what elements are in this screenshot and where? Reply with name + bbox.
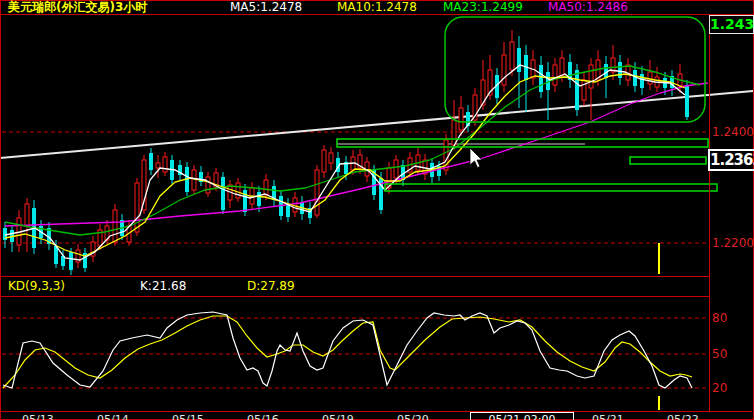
k-value-readout: K:21.68	[140, 278, 186, 294]
price-grid-label: 1.2400	[712, 125, 754, 139]
ma23-readout: MA23:1.2499	[443, 1, 523, 14]
crosshair-time-readout: 05/21 02:00	[470, 412, 574, 420]
main-chart-area[interactable]	[1, 15, 709, 276]
price-grid-label: 1.2200	[712, 236, 754, 250]
time-tick-label: 05/22	[667, 413, 699, 420]
ma50-readout: MA50:1.2486	[548, 1, 628, 14]
kd-grid-label: 20	[712, 381, 727, 395]
time-axis: 05/21 02:00 05/1305/1405/1505/1605/1905/…	[0, 412, 754, 420]
time-tick-label: 05/19	[322, 413, 354, 420]
time-tick-label: 05/15	[172, 413, 204, 420]
time-tick-label: 05/14	[97, 413, 129, 420]
symbol-title: 美元瑞郎(外汇交易)3小时	[8, 1, 147, 14]
d-value-readout: D:27.89	[247, 278, 295, 294]
crosshair-price-readout: 1.2363	[708, 149, 754, 171]
kd-grid-label: 80	[712, 311, 727, 325]
kd-indicator-label: KD(9,3,3)	[8, 278, 65, 294]
title-bar: 美元瑞郎(外汇交易)3小时 MA5:1.2478 MA10:1.2478 MA2…	[0, 1, 754, 14]
kd-header: KD(9,3,3) K:21.68 D:27.89	[0, 278, 709, 294]
time-tick-label: 05/20	[397, 413, 429, 420]
high-price-badge: 1.2432	[709, 15, 754, 34]
forex-chart-window: { "title_bar": { "symbol": "美元瑞郎(外汇交易)3小…	[0, 0, 754, 420]
ma10-readout: MA10:1.2478	[337, 1, 417, 14]
ma5-readout: MA5:1.2478	[230, 1, 302, 14]
time-tick-label: 05/21	[592, 413, 624, 420]
time-tick-label: 05/13	[22, 413, 54, 420]
kd-panel-area[interactable]	[1, 297, 709, 411]
kd-grid-label: 50	[712, 347, 727, 361]
time-tick-label: 05/16	[247, 413, 279, 420]
